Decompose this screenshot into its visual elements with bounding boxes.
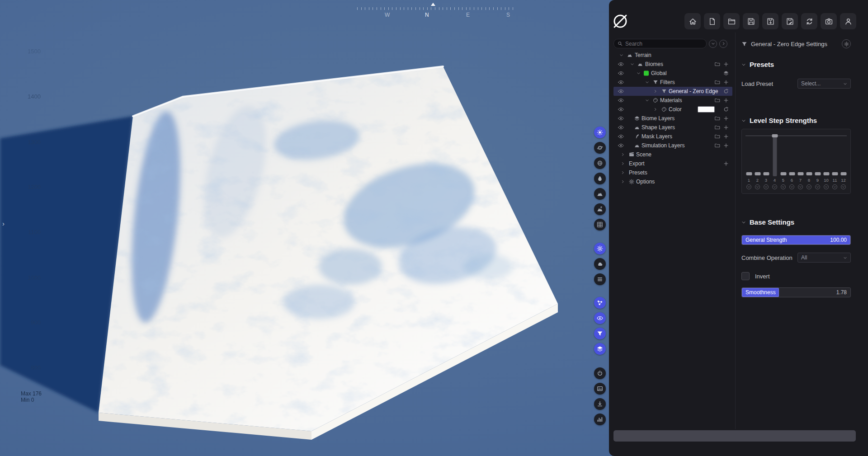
- chevron-down-icon[interactable]: [645, 80, 649, 85]
- add-icon[interactable]: [723, 61, 729, 67]
- refresh-icon[interactable]: [723, 107, 729, 112]
- tree-row-presets[interactable]: Presets: [613, 168, 732, 177]
- layer-list-button[interactable]: [594, 273, 606, 285]
- tree-row-materials[interactable]: Materials: [613, 96, 732, 105]
- chevron-right-icon[interactable]: [621, 180, 625, 184]
- home-button[interactable]: [684, 13, 701, 29]
- level-menu-button[interactable]: [764, 184, 769, 189]
- level-steps-section-header[interactable]: Level Step Strengths: [741, 117, 851, 124]
- level-step-widget[interactable]: 1 2 3 4 5 6 7: [741, 129, 851, 194]
- clouds-button[interactable]: [594, 258, 606, 270]
- tree-row-options[interactable]: Options: [613, 177, 732, 186]
- level-handle[interactable]: [806, 172, 812, 175]
- tree-row-terrain[interactable]: Terrain: [613, 51, 732, 60]
- eye-icon[interactable]: [618, 71, 624, 76]
- layers-button[interactable]: [594, 343, 606, 355]
- add-icon[interactable]: [723, 125, 729, 130]
- expand-all-button[interactable]: [719, 40, 727, 48]
- screenshot-button[interactable]: [821, 13, 837, 29]
- level-menu-button[interactable]: [824, 184, 829, 189]
- chevron-down-icon[interactable]: [637, 71, 641, 75]
- tree-row-global[interactable]: Global: [613, 69, 732, 78]
- level-menu-button[interactable]: [772, 184, 777, 189]
- eye-icon[interactable]: [618, 80, 624, 85]
- add-icon[interactable]: [723, 134, 729, 139]
- eye-icon[interactable]: [618, 143, 624, 149]
- add-icon[interactable]: [723, 80, 729, 85]
- tree-row-filters[interactable]: Filters: [613, 78, 732, 87]
- folder-icon[interactable]: [715, 98, 720, 103]
- folder-icon[interactable]: [715, 134, 720, 139]
- add-icon[interactable]: [723, 143, 729, 148]
- level-menu-button[interactable]: [815, 184, 820, 189]
- chevron-down-icon[interactable]: [645, 99, 649, 103]
- level-step-5[interactable]: 5: [779, 133, 788, 191]
- eye-icon[interactable]: [618, 134, 624, 140]
- level-menu-button[interactable]: [798, 184, 803, 189]
- account-button[interactable]: [840, 13, 856, 29]
- eye-icon[interactable]: [618, 98, 624, 103]
- level-handle[interactable]: [746, 172, 752, 175]
- save-as-button[interactable]: [782, 13, 798, 29]
- tree-row-biome-layers[interactable]: Biome Layers: [613, 114, 732, 123]
- panel-expand-arrow[interactable]: ›: [2, 220, 5, 227]
- folder-icon[interactable]: [715, 143, 720, 148]
- water-view-button[interactable]: [594, 173, 606, 184]
- level-step-9[interactable]: 9: [813, 133, 822, 191]
- export-image-button[interactable]: [594, 398, 606, 410]
- peaks-view-button[interactable]: [594, 203, 606, 215]
- tree-row-color[interactable]: Color: [613, 105, 732, 114]
- settings-menu-button[interactable]: [842, 39, 851, 48]
- new-file-button[interactable]: [704, 13, 720, 29]
- globe-view-button[interactable]: [594, 157, 606, 169]
- add-icon[interactable]: [723, 98, 729, 103]
- level-handle[interactable]: [772, 134, 778, 137]
- level-handle[interactable]: [780, 172, 786, 175]
- level-handle[interactable]: [840, 172, 846, 175]
- level-step-4[interactable]: 4: [770, 133, 779, 191]
- search-input[interactable]: [625, 41, 703, 47]
- tree-row-biomes[interactable]: Biomes: [613, 60, 732, 69]
- eye-icon[interactable]: [618, 107, 624, 113]
- level-step-8[interactable]: 8: [805, 133, 813, 191]
- chevron-right-icon[interactable]: [621, 171, 625, 175]
- power-button[interactable]: [594, 367, 606, 379]
- level-step-11[interactable]: 11: [830, 133, 839, 191]
- terrain-view-button[interactable]: [594, 188, 606, 200]
- nodes-button[interactable]: [594, 297, 606, 309]
- search-box[interactable]: [613, 39, 707, 48]
- folder-icon[interactable]: [715, 80, 720, 85]
- folder-icon[interactable]: [715, 61, 720, 67]
- chevron-right-icon[interactable]: [653, 108, 657, 112]
- color-swatch[interactable]: [698, 106, 715, 113]
- general-strength-slider[interactable]: General Strength 100.00: [741, 235, 851, 245]
- level-step-7[interactable]: 7: [796, 133, 805, 191]
- shaded-view-button[interactable]: [594, 127, 606, 138]
- level-step-6[interactable]: 6: [788, 133, 796, 191]
- eye-icon[interactable]: [618, 116, 624, 122]
- eye-icon[interactable]: [618, 61, 624, 67]
- chevron-right-icon[interactable]: [621, 153, 625, 157]
- tree-row-mask-layers[interactable]: Mask Layers: [613, 132, 732, 141]
- open-project-button[interactable]: [723, 13, 740, 29]
- grid-view-button[interactable]: [594, 219, 606, 230]
- folder-icon[interactable]: [715, 125, 720, 130]
- level-menu-button[interactable]: [789, 184, 794, 189]
- folder-icon[interactable]: [715, 116, 720, 121]
- level-menu-button[interactable]: [781, 184, 786, 189]
- global-color-swatch[interactable]: [644, 71, 649, 76]
- level-step-2[interactable]: 2: [753, 133, 762, 191]
- level-step-12[interactable]: 12: [839, 133, 848, 191]
- refresh-icon[interactable]: [723, 89, 729, 94]
- level-menu-button[interactable]: [832, 184, 837, 189]
- invert-checkbox[interactable]: [741, 272, 750, 280]
- level-menu-button[interactable]: [755, 184, 760, 189]
- level-handle[interactable]: [763, 172, 769, 175]
- level-handle[interactable]: [755, 172, 760, 175]
- level-handle[interactable]: [797, 172, 803, 175]
- tree-row-general-zero-edge[interactable]: General - Zero Edge: [613, 87, 732, 96]
- chevron-right-icon[interactable]: [621, 162, 625, 166]
- tree-row-simulation-layers[interactable]: Simulation Layers: [613, 141, 732, 150]
- stack-icon[interactable]: [723, 71, 729, 76]
- visibility-button[interactable]: [594, 312, 606, 324]
